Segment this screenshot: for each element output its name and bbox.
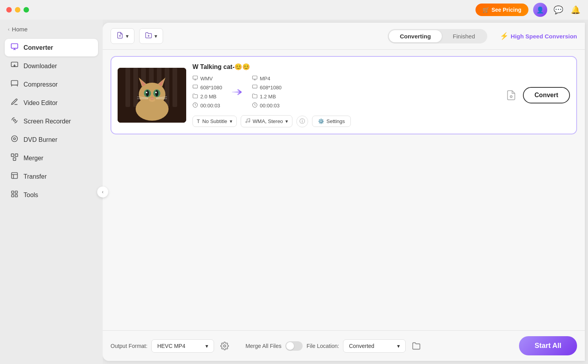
file-location-field: File Location: Converted ▾ <box>307 339 423 353</box>
minimize-button[interactable] <box>15 7 20 13</box>
svg-rect-7 <box>15 154 18 157</box>
add-file-chevron: ▾ <box>126 33 129 39</box>
main-content: ▾ ▾ Converting Finished ⚡ High Speed Con… <box>103 23 585 361</box>
source-duration: 00:00:03 <box>192 102 222 109</box>
chat-icon[interactable]: 💬 <box>552 4 564 16</box>
sidebar-item-merger[interactable]: Merger <box>5 149 98 167</box>
svg-rect-44 <box>193 76 198 79</box>
target-clock-icon <box>252 102 258 109</box>
svg-rect-0 <box>11 44 18 49</box>
target-format: MP4 <box>252 75 282 82</box>
svg-rect-47 <box>252 76 257 79</box>
svg-point-37 <box>155 92 157 93</box>
sidebar-item-converter[interactable]: Converter <box>5 39 98 56</box>
svg-rect-9 <box>12 173 18 179</box>
sidebar-item-transfer[interactable]: Transfer <box>5 168 98 185</box>
source-size-value: 2.0 MB <box>200 94 216 100</box>
subtitle-chevron: ▾ <box>230 118 232 124</box>
open-folder-button[interactable] <box>410 339 423 353</box>
high-speed-label: High Speed Conversion <box>511 33 577 40</box>
output-format-label: Output Format: <box>111 343 147 349</box>
output-format-select[interactable]: HEVC MP4 ▾ <box>151 339 214 353</box>
target-meta: MP4 608*1080 <box>252 75 282 109</box>
add-folder-chevron: ▾ <box>154 33 157 39</box>
file-actions: Convert <box>504 87 570 103</box>
sidebar-item-video-editor[interactable]: Video Editor <box>5 94 98 112</box>
svg-point-27 <box>139 83 165 106</box>
close-button[interactable] <box>6 7 12 13</box>
file-location-value: Converted <box>349 343 374 349</box>
convert-button[interactable]: Convert <box>523 87 570 103</box>
svg-rect-45 <box>193 85 198 88</box>
svg-rect-13 <box>15 195 18 197</box>
source-format: WMV <box>192 75 222 82</box>
subtitle-select[interactable]: T No Subtitle ▾ <box>192 116 237 127</box>
content-area: W Talking cat-😊😊 WMV <box>103 50 585 330</box>
source-format-value: WMV <box>200 76 213 81</box>
merger-icon <box>10 153 19 163</box>
avatar[interactable]: 👤 <box>533 3 547 17</box>
video-editor-icon <box>10 98 19 108</box>
audio-icon <box>245 118 250 125</box>
svg-point-43 <box>149 98 155 102</box>
cart-icon: 🛒 <box>483 7 489 13</box>
sidebar-label-compressor: Compressor <box>24 81 58 88</box>
maximize-button[interactable] <box>24 7 29 13</box>
sidebar-item-dvd-burner[interactable]: DVD Burner <box>5 131 98 148</box>
sidebar-label-downloader: Downloader <box>24 63 57 70</box>
tab-finished[interactable]: Finished <box>442 30 486 42</box>
svg-rect-25 <box>172 68 177 107</box>
file-card: W Talking cat-😊😊 WMV <box>111 56 577 134</box>
file-meta-row: WMV 608*1080 <box>192 75 498 109</box>
dvd-burner-icon <box>10 135 19 145</box>
svg-rect-11 <box>15 191 18 194</box>
start-all-button[interactable]: Start All <box>519 336 577 355</box>
tab-converting[interactable]: Converting <box>389 30 442 42</box>
home-link[interactable]: ‹ Home <box>5 24 98 34</box>
sidebar-label-screen-recorder: Screen Recorder <box>24 118 71 125</box>
title-bar-right: 🛒 See Pricing 👤 💬 🔔 <box>475 3 582 17</box>
notification-icon[interactable]: 🔔 <box>569 4 582 16</box>
settings-button[interactable]: ⚙️ Settings <box>312 116 351 127</box>
high-speed-button[interactable]: ⚡ High Speed Conversion <box>500 32 577 40</box>
add-folder-button[interactable]: ▾ <box>139 28 163 44</box>
file-location-chevron: ▾ <box>397 343 400 349</box>
sidebar-item-tools[interactable]: Tools <box>5 186 98 204</box>
file-settings-icon[interactable] <box>504 88 518 102</box>
audio-select[interactable]: WMA, Stereo ▾ <box>241 115 292 127</box>
add-file-icon <box>116 32 123 40</box>
subtitle-text-icon: T <box>197 118 200 124</box>
info-button[interactable]: ⓘ <box>296 116 308 127</box>
sidebar: ‹ Home Converter Downloader <box>0 20 103 364</box>
merge-label: Merge All Files <box>245 343 281 349</box>
target-duration: 00:00:03 <box>252 102 282 109</box>
collapse-sidebar-button[interactable]: ‹ <box>97 187 108 197</box>
traffic-lights <box>6 7 29 13</box>
file-location-select[interactable]: Converted ▾ <box>343 339 406 353</box>
sidebar-label-video-editor: Video Editor <box>24 100 58 107</box>
output-settings-icon[interactable] <box>218 339 231 353</box>
sidebar-item-downloader[interactable]: Downloader <box>5 57 98 75</box>
svg-rect-24 <box>165 68 169 107</box>
subtitle-value: No Subtitle <box>202 118 227 124</box>
source-duration-value: 00:00:03 <box>200 103 220 109</box>
svg-point-5 <box>14 138 16 140</box>
add-file-button[interactable]: ▾ <box>111 28 134 44</box>
home-label: Home <box>12 26 27 33</box>
target-size-value: 1.2 MB <box>260 94 276 100</box>
svg-point-36 <box>146 92 147 93</box>
svg-point-3 <box>14 120 16 121</box>
svg-point-50 <box>245 121 247 123</box>
sidebar-item-screen-recorder[interactable]: Screen Recorder <box>5 112 98 130</box>
source-meta: WMV 608*1080 <box>192 75 222 109</box>
see-pricing-button[interactable]: 🛒 See Pricing <box>475 4 528 16</box>
target-format-value: MP4 <box>260 76 270 81</box>
target-video-icon <box>252 75 258 82</box>
merge-toggle[interactable] <box>285 341 303 351</box>
svg-point-34 <box>146 90 149 96</box>
main-layout: ‹ Home Converter Downloader <box>0 20 588 364</box>
sidebar-label-transfer: Transfer <box>24 173 47 180</box>
svg-point-4 <box>12 136 18 142</box>
avatar-icon: 👤 <box>536 6 544 14</box>
sidebar-item-compressor[interactable]: Compressor <box>5 76 98 93</box>
